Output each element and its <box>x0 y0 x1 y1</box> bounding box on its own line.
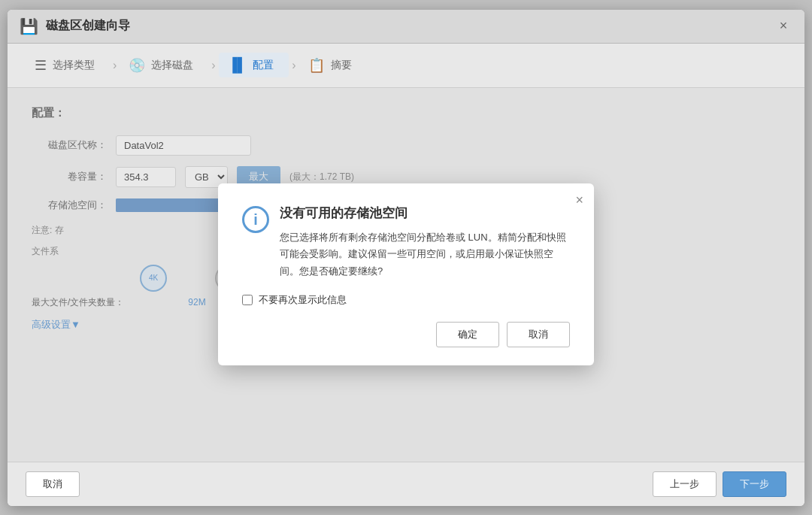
step-type-label: 选择类型 <box>53 59 95 72</box>
step-config-label: 配置 <box>253 59 274 72</box>
step-type-icon: ☰ <box>35 57 47 74</box>
step-disk-icon: 💿 <box>129 57 145 74</box>
footer-prev-button[interactable]: 上一步 <box>653 471 717 497</box>
dialog-checkbox[interactable] <box>242 295 253 305</box>
steps-bar: ☰ 选择类型 › 💿 选择磁盘 › ▐▌ 配置 › 📋 摘要 <box>8 44 804 88</box>
dialog-confirm-button[interactable]: 确定 <box>436 322 499 347</box>
step-sep-2: › <box>211 59 215 72</box>
step-config-icon: ▐▌ <box>228 57 247 73</box>
step-summary-icon: 📋 <box>308 57 325 74</box>
dialog-footer: 确定 取消 <box>242 322 570 347</box>
dialog-checkbox-label: 不要再次显示此信息 <box>259 293 347 307</box>
dialog: × i 没有可用的存储池空间 您已选择将所有剩余存储池空间分配给卷或 LUN。精… <box>218 183 594 365</box>
dialog-header: i 没有可用的存储池空间 您已选择将所有剩余存储池空间分配给卷或 LUN。精简分… <box>242 204 570 279</box>
window-close-button[interactable]: × <box>774 17 792 35</box>
dialog-close-button[interactable]: × <box>575 192 583 208</box>
window-title: 磁盘区创建向导 <box>46 18 130 34</box>
dialog-title: 没有可用的存储池空间 <box>280 204 570 222</box>
step-disk[interactable]: 💿 选择磁盘 <box>120 53 208 78</box>
dialog-header-content: 没有可用的存储池空间 您已选择将所有剩余存储池空间分配给卷或 LUN。精简分配和… <box>280 204 570 279</box>
step-sep-1: › <box>113 59 117 72</box>
step-summary-label: 摘要 <box>331 59 352 72</box>
footer-right-buttons: 上一步 下一步 <box>653 471 786 497</box>
footer-next-button[interactable]: 下一步 <box>723 471 786 497</box>
dialog-checkbox-row: 不要再次显示此信息 <box>242 293 570 307</box>
window-icon: 💾 <box>20 17 38 35</box>
dialog-overlay: × i 没有可用的存储池空间 您已选择将所有剩余存储池空间分配给卷或 LUN。精… <box>8 88 804 462</box>
step-disk-label: 选择磁盘 <box>151 59 193 72</box>
dialog-body: 您已选择将所有剩余存储池空间分配给卷或 LUN。精简分配和快照可能会受影响。建议… <box>280 229 570 279</box>
step-summary[interactable]: 📋 摘要 <box>299 53 367 78</box>
main-content: 配置： 磁盘区代称： 卷容量： GB TB 最大 (最大：1.72 TB) 存储… <box>8 88 804 462</box>
footer-cancel-button[interactable]: 取消 <box>26 471 80 497</box>
title-bar-left: 💾 磁盘区创建向导 <box>20 17 130 35</box>
main-window: 💾 磁盘区创建向导 × ☰ 选择类型 › 💿 选择磁盘 › ▐▌ 配置 › 📋 … <box>8 10 804 506</box>
step-sep-3: › <box>292 59 295 72</box>
dialog-info-icon: i <box>242 206 269 233</box>
step-type[interactable]: ☰ 选择类型 <box>26 53 110 78</box>
dialog-cancel-button[interactable]: 取消 <box>507 322 570 347</box>
title-bar: 💾 磁盘区创建向导 × <box>8 10 804 44</box>
step-config[interactable]: ▐▌ 配置 <box>219 53 289 77</box>
footer-bar: 取消 上一步 下一步 <box>8 462 804 506</box>
